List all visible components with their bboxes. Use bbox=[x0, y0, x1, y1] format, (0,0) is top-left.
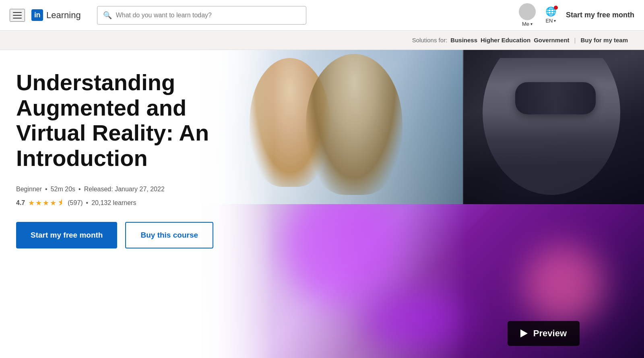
play-icon bbox=[520, 329, 528, 337]
solutions-buy-link[interactable]: Buy for my team bbox=[580, 37, 628, 43]
star-rating: ★ ★ ★ ★ ⯨ bbox=[28, 199, 64, 207]
solutions-government-link[interactable]: Government bbox=[534, 37, 569, 43]
meta-dot-3: • bbox=[86, 199, 89, 207]
chevron-down-icon: ▾ bbox=[554, 19, 556, 23]
me-button[interactable]: Me ▾ bbox=[519, 3, 536, 27]
solutions-divider: | bbox=[574, 37, 576, 43]
star-2: ★ bbox=[35, 199, 42, 207]
menu-button[interactable] bbox=[10, 9, 25, 22]
start-free-month-button[interactable]: Start my free month bbox=[566, 11, 634, 19]
star-4: ★ bbox=[50, 199, 56, 207]
buy-course-button[interactable]: Buy this course bbox=[125, 222, 213, 248]
preview-button[interactable]: Preview bbox=[508, 321, 580, 346]
star-5-half: ⯨ bbox=[57, 199, 64, 207]
hero-section: Preview Understanding Augmented and Virt… bbox=[0, 50, 644, 358]
logo-text: Learning bbox=[46, 10, 81, 21]
purple-glow-3 bbox=[362, 290, 463, 350]
star-3: ★ bbox=[43, 199, 49, 207]
globe-icon: 🌐 bbox=[545, 6, 556, 17]
meta-dot-1: • bbox=[45, 186, 47, 193]
vr-person bbox=[475, 58, 628, 195]
logo-wrapper: in Learning bbox=[31, 9, 81, 21]
vr-headset bbox=[515, 82, 596, 114]
language-label: EN ▾ bbox=[545, 18, 556, 24]
course-level: Beginner bbox=[16, 186, 42, 193]
search-icon: 🔍 bbox=[103, 11, 112, 20]
me-label: Me ▾ bbox=[522, 21, 533, 27]
rating-number: 4.7 bbox=[16, 199, 25, 207]
star-1: ★ bbox=[28, 199, 35, 207]
learners-count: 20,132 learners bbox=[91, 199, 136, 207]
notification-dot bbox=[554, 6, 558, 10]
search-input[interactable] bbox=[116, 12, 300, 19]
purple-glow-2 bbox=[523, 244, 604, 325]
course-title: Understanding Augmented and Virtual Real… bbox=[16, 70, 258, 171]
rating-count: (597) bbox=[68, 199, 83, 207]
header: in Learning 🔍 Me ▾ 🌐 EN ▾ Start my free bbox=[0, 0, 644, 31]
header-left: in Learning bbox=[10, 9, 81, 22]
course-released: Released: January 27, 2022 bbox=[84, 186, 165, 193]
meta-dot-2: • bbox=[78, 186, 81, 193]
search-bar[interactable]: 🔍 bbox=[97, 6, 306, 25]
header-right: Me ▾ 🌐 EN ▾ Start my free month bbox=[519, 3, 634, 27]
cta-row: Start my free month Buy this course bbox=[16, 222, 258, 248]
preview-label: Preview bbox=[533, 328, 567, 339]
avatar bbox=[519, 3, 536, 20]
chevron-down-icon: ▾ bbox=[530, 22, 533, 26]
rating-row: 4.7 ★ ★ ★ ★ ⯨ (597) • 20,132 learners bbox=[16, 199, 258, 207]
purple-glow-1 bbox=[282, 204, 402, 305]
language-button[interactable]: 🌐 EN ▾ bbox=[545, 6, 556, 24]
start-free-month-cta-button[interactable]: Start my free month bbox=[16, 222, 117, 248]
hero-content: Understanding Augmented and Virtual Real… bbox=[0, 50, 274, 358]
hero-image-vr bbox=[463, 50, 644, 204]
solutions-label: Solutions for: bbox=[412, 37, 448, 43]
solutions-business-link[interactable]: Business bbox=[450, 37, 477, 43]
solutions-higher-ed-link[interactable]: Higher Education bbox=[481, 37, 530, 43]
course-meta: Beginner • 52m 20s • Released: January 2… bbox=[16, 186, 258, 193]
solutions-bar: Solutions for: Business Higher Education… bbox=[0, 31, 644, 50]
course-duration: 52m 20s bbox=[51, 186, 75, 193]
logo-in-badge: in bbox=[31, 9, 43, 21]
character-2 bbox=[306, 54, 402, 195]
